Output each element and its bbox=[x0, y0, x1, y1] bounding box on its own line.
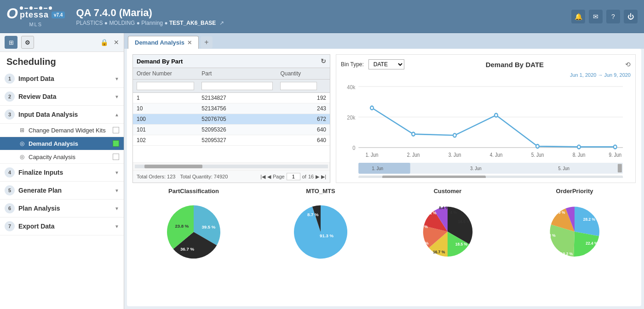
sidebar-item-arrow-6: ▼ bbox=[115, 206, 119, 211]
svg-text:3. Jun: 3. Jun bbox=[448, 152, 461, 158]
sidebar-item-number-5: 5 bbox=[5, 185, 15, 195]
refresh-icon[interactable]: ↻ bbox=[321, 57, 326, 65]
pie-title-orderpriority: OrderPriority bbox=[556, 188, 593, 195]
sidebar-item-review-data[interactable]: 2 Review Data ▼ bbox=[0, 88, 124, 106]
mail-icon[interactable]: ✉ bbox=[589, 10, 603, 23]
sidebar-item-number-2: 2 bbox=[5, 92, 15, 102]
svg-text:12.9 %: 12.9 % bbox=[416, 224, 428, 229]
pie-title-mto-mts: MTO_MTS bbox=[306, 188, 335, 195]
pie-chart-mto-mts: MTO_MTS 91.3 % 8.7 % bbox=[259, 188, 382, 301]
cell-part: 52095326 bbox=[198, 125, 276, 135]
chart-date-range: Jun 1, 2020 → Jun 9, 2020 bbox=[341, 72, 631, 78]
svg-text:22.4 %: 22.4 % bbox=[586, 241, 598, 246]
svg-text:39.5 %: 39.5 % bbox=[201, 224, 215, 229]
svg-text:4 %: 4 % bbox=[450, 210, 457, 215]
table-filter-row bbox=[133, 80, 330, 93]
sidebar-item-generate-plan[interactable]: 5 Generate Plan ▼ bbox=[0, 182, 124, 200]
sidebar-item-import-data[interactable]: 1 Import Data ▼ bbox=[0, 70, 124, 88]
filter-qty-input[interactable] bbox=[280, 82, 317, 90]
page-last-btn[interactable]: ▶| bbox=[321, 174, 326, 180]
sidebar-sub-checkbox-capacity-analysis[interactable] bbox=[113, 154, 119, 160]
cell-order: 102 bbox=[133, 135, 198, 146]
svg-text:1. Jun: 1. Jun bbox=[366, 152, 379, 158]
svg-text:28.2 %: 28.2 % bbox=[583, 217, 596, 222]
sidebar-sub-checkbox-change-demand[interactable] bbox=[113, 127, 119, 133]
chart-title: Demand By DATE bbox=[409, 61, 621, 69]
page-first-btn[interactable]: |◀ bbox=[260, 174, 265, 180]
svg-point-10 bbox=[494, 114, 498, 117]
sidebar-item-label-2: Review Data bbox=[18, 93, 115, 100]
sidebar-sub-change-demand[interactable]: ⊞ Change Demand Widget Kits bbox=[0, 124, 124, 137]
svg-text:20k: 20k bbox=[347, 114, 356, 121]
sidebar-settings-btn[interactable]: ⚙ bbox=[21, 36, 34, 49]
logo: O ptessa v7.4 bbox=[6, 6, 65, 21]
logo-nodes bbox=[20, 6, 65, 10]
pie-svg-customer: 18.5 % 18.5 % 16.7 % 13.8 % 12.9 % 11.1 … bbox=[386, 197, 509, 264]
bell-icon[interactable]: 🔔 bbox=[571, 10, 585, 23]
table-row: 100 52076705 672 bbox=[133, 114, 330, 125]
table-row: 101 52095326 640 bbox=[133, 125, 330, 135]
svg-text:36.7 %: 36.7 % bbox=[180, 246, 194, 252]
pie-chart-customer: Customer bbox=[386, 188, 509, 301]
sidebar-item-number-1: 1 bbox=[5, 74, 15, 84]
svg-point-8 bbox=[412, 132, 415, 136]
svg-point-9 bbox=[453, 133, 456, 137]
sidebar-sub-label-demand-analysis: Demand Analysis bbox=[29, 140, 113, 147]
table-header-row: Order Number Part Quantity bbox=[133, 68, 330, 80]
grid-icon: ⊞ bbox=[18, 126, 26, 134]
sidebar-toolbar: ⊞ ⚙ 🔒 ✕ bbox=[0, 33, 124, 52]
demand-table: Order Number Part Quantity bbox=[133, 68, 330, 93]
svg-text:18.5 %: 18.5 % bbox=[455, 242, 468, 246]
help-icon[interactable]: ? bbox=[606, 10, 620, 23]
sidebar-sub-capacity-analysis[interactable]: ◎ Capacity Analysis bbox=[0, 150, 124, 164]
sidebar-item-export-data[interactable]: 7 Export Data ▼ bbox=[0, 217, 124, 235]
svg-text:5. Jun: 5. Jun bbox=[558, 166, 570, 171]
sidebar-sub-demand-analysis[interactable]: ◎ Demand Analysis bbox=[0, 137, 124, 150]
cell-part: 52076705 bbox=[198, 114, 276, 125]
sidebar-lock-icon[interactable]: 🔒 bbox=[100, 39, 108, 46]
tab-demand-analysis[interactable]: Demand Analysis ✕ bbox=[128, 36, 199, 49]
sidebar: ⊞ ⚙ 🔒 ✕ Scheduling 1 Import Data ▼ 2 Rev… bbox=[0, 33, 124, 309]
tab-close-demand-analysis[interactable]: ✕ bbox=[187, 40, 192, 46]
svg-text:0: 0 bbox=[352, 144, 355, 151]
svg-text:9. Jun: 9. Jun bbox=[609, 152, 621, 158]
svg-point-7 bbox=[370, 106, 374, 110]
sidebar-sub-label-change-demand: Change Demand Widget Kits bbox=[29, 127, 113, 134]
total-orders: Total Orders: 123 bbox=[137, 174, 175, 179]
cell-part: 52134756 bbox=[198, 103, 276, 114]
tab-add-button[interactable]: + bbox=[201, 36, 213, 48]
line-chart-svg: 40k 20k 0 bbox=[341, 80, 631, 178]
svg-text:40k: 40k bbox=[347, 84, 356, 91]
content-area: Demand Analysis ✕ + Demand By Part ↻ bbox=[124, 33, 644, 309]
sidebar-title: Scheduling bbox=[0, 52, 124, 70]
filter-part-input[interactable] bbox=[201, 82, 273, 90]
svg-text:16.7 %: 16.7 % bbox=[433, 250, 445, 254]
chart-export-icon[interactable]: ⟲ bbox=[625, 61, 631, 68]
page-next-btn[interactable]: ▶ bbox=[316, 174, 319, 180]
svg-text:1. Jun: 1. Jun bbox=[372, 166, 384, 171]
sidebar-item-finalize-inputs[interactable]: 4 Finalize Inputs ▼ bbox=[0, 164, 124, 182]
cell-order: 101 bbox=[133, 125, 198, 135]
svg-text:8. Jun: 8. Jun bbox=[573, 152, 586, 158]
bottom-section: PartClassification 39.5 % bbox=[132, 188, 636, 301]
top-section: Demand By Part ↻ Order Number Part Quant… bbox=[132, 54, 636, 183]
bin-type-select[interactable]: DATE WEEK MONTH bbox=[368, 59, 404, 69]
svg-text:19.2 %: 19.2 % bbox=[561, 252, 573, 256]
sidebar-sub-checkbox-demand-analysis[interactable] bbox=[113, 140, 119, 147]
cell-qty: 640 bbox=[276, 135, 330, 146]
sidebar-item-plan-analysis[interactable]: 6 Plan Analysis ▼ bbox=[0, 200, 124, 217]
cell-order: 1 bbox=[133, 93, 198, 103]
table-scrollbar[interactable] bbox=[135, 165, 328, 168]
svg-point-13 bbox=[614, 145, 617, 149]
sidebar-item-arrow-5: ▼ bbox=[115, 188, 119, 193]
sidebar-item-input-data-analysis[interactable]: 3 Input Data Analysis ▲ bbox=[0, 106, 124, 124]
page-number-input[interactable] bbox=[287, 173, 300, 180]
pie-chart-orderpriority: OrderPriority bbox=[513, 188, 636, 301]
table-footer: Total Orders: 123 Total Quantity: 74920 … bbox=[133, 170, 330, 183]
page-prev-btn[interactable]: ◀ bbox=[267, 174, 271, 180]
sidebar-close-icon[interactable]: ✕ bbox=[114, 39, 119, 46]
svg-text:8.7 %: 8.7 % bbox=[307, 212, 319, 217]
filter-order-input[interactable] bbox=[137, 82, 194, 90]
sidebar-grid-btn[interactable]: ⊞ bbox=[5, 36, 17, 49]
power-icon[interactable]: ⏻ bbox=[624, 10, 638, 23]
